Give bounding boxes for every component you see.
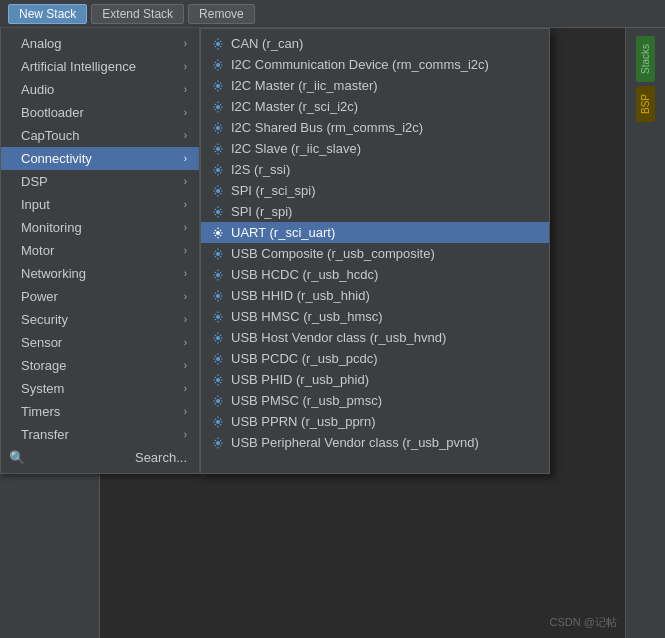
submenu-item-label: CAN (r_can)	[231, 36, 303, 51]
svg-point-8	[216, 210, 220, 214]
submenu-item[interactable]: I2C Master (r_iic_master)	[201, 75, 549, 96]
submenu-item[interactable]: USB Peripheral Vendor class (r_usb_pvnd)	[201, 432, 549, 453]
primary-menu-item-search---[interactable]: 🔍Search...	[1, 446, 199, 469]
component-icon	[211, 311, 225, 323]
primary-menu-item-system[interactable]: System›	[1, 377, 199, 400]
submenu-item-label: USB Composite (r_usb_composite)	[231, 246, 435, 261]
submenu-item-label: USB Host Vendor class (r_usb_hvnd)	[231, 330, 446, 345]
submenu-arrow-icon: ›	[184, 337, 187, 348]
svg-point-12	[216, 294, 220, 298]
primary-menu-item-input[interactable]: Input›	[1, 193, 199, 216]
submenu-item-label: USB PCDC (r_usb_pcdc)	[231, 351, 378, 366]
menu-item-label: Networking	[21, 266, 86, 281]
submenu-arrow-icon: ›	[184, 429, 187, 440]
primary-menu-item-timers[interactable]: Timers›	[1, 400, 199, 423]
submenu-item-label: I2C Slave (r_iic_slave)	[231, 141, 361, 156]
primary-menu-item-dsp[interactable]: DSP›	[1, 170, 199, 193]
menu-item-label: Transfer	[21, 427, 69, 442]
submenu-arrow-icon: ›	[184, 314, 187, 325]
submenu-item[interactable]: USB Composite (r_usb_composite)	[201, 243, 549, 264]
submenu-item[interactable]: USB PMSC (r_usb_pmsc)	[201, 390, 549, 411]
svg-point-14	[216, 336, 220, 340]
submenu-item[interactable]: USB PHID (r_usb_phid)	[201, 369, 549, 390]
submenu-arrow-icon: ›	[184, 107, 187, 118]
submenu-item[interactable]: SPI (r_spi)	[201, 201, 549, 222]
submenu-item[interactable]: USB HMSC (r_usb_hmsc)	[201, 306, 549, 327]
primary-menu-item-security[interactable]: Security›	[1, 308, 199, 331]
primary-menu-item-storage[interactable]: Storage›	[1, 354, 199, 377]
component-icon	[211, 269, 225, 281]
submenu-item[interactable]: I2C Master (r_sci_i2c)	[201, 96, 549, 117]
component-icon	[211, 185, 225, 197]
submenu-item[interactable]: USB HHID (r_usb_hhid)	[201, 285, 549, 306]
right-panel-tab-stacks[interactable]: Stacks	[636, 36, 655, 82]
component-icon	[211, 374, 225, 386]
component-icon	[211, 59, 225, 71]
submenu-item-label: USB HCDC (r_usb_hcdc)	[231, 267, 378, 282]
component-icon	[211, 143, 225, 155]
submenu-item[interactable]: SPI (r_sci_spi)	[201, 180, 549, 201]
submenu-arrow-icon: ›	[184, 268, 187, 279]
menu-item-label: Analog	[21, 36, 61, 51]
menu-item-label: Input	[21, 197, 50, 212]
submenu-item[interactable]: CAN (r_can)	[201, 33, 549, 54]
component-icon	[211, 80, 225, 92]
submenu-item-label: SPI (r_sci_spi)	[231, 183, 316, 198]
primary-menu: Analog›Artificial Intelligence›Audio›Boo…	[0, 28, 200, 474]
primary-menu-item-analog[interactable]: Analog›	[1, 32, 199, 55]
submenu-item[interactable]: I2C Shared Bus (rm_comms_i2c)	[201, 117, 549, 138]
svg-point-6	[216, 168, 220, 172]
menu-item-label: Power	[21, 289, 58, 304]
primary-menu-item-captouch[interactable]: CapTouch›	[1, 124, 199, 147]
primary-menu-item-connectivity[interactable]: Connectivity›	[1, 147, 199, 170]
submenu-item[interactable]: USB PPRN (r_usb_pprn)	[201, 411, 549, 432]
submenu-item[interactable]: USB Host Vendor class (r_usb_hvnd)	[201, 327, 549, 348]
submenu-item-label: I2C Master (r_iic_master)	[231, 78, 378, 93]
svg-point-18	[216, 420, 220, 424]
primary-menu-item-networking[interactable]: Networking›	[1, 262, 199, 285]
submenu-item[interactable]: I2C Slave (r_iic_slave)	[201, 138, 549, 159]
primary-menu-item-artificial-intelligence[interactable]: Artificial Intelligence›	[1, 55, 199, 78]
primary-menu-item-transfer[interactable]: Transfer›	[1, 423, 199, 446]
remove-button[interactable]: Remove	[188, 4, 255, 24]
svg-point-17	[216, 399, 220, 403]
submenu-item-label: USB HHID (r_usb_hhid)	[231, 288, 370, 303]
menu-item-label: Artificial Intelligence	[21, 59, 136, 74]
svg-point-0	[216, 42, 220, 46]
menu-item-label: Storage	[21, 358, 67, 373]
primary-menu-item-monitoring[interactable]: Monitoring›	[1, 216, 199, 239]
menu-wrapper: Analog›Artificial Intelligence›Audio›Boo…	[0, 28, 550, 474]
menu-item-label: Search...	[135, 450, 187, 465]
component-icon	[211, 227, 225, 239]
extend-stack-button[interactable]: Extend Stack	[91, 4, 184, 24]
component-icon	[211, 416, 225, 428]
submenu-item[interactable]: I2S (r_ssi)	[201, 159, 549, 180]
submenu-item-label: I2S (r_ssi)	[231, 162, 290, 177]
submenu-item-label: I2C Shared Bus (rm_comms_i2c)	[231, 120, 423, 135]
submenu-item[interactable]: UART (r_sci_uart)	[201, 222, 549, 243]
primary-menu-item-power[interactable]: Power›	[1, 285, 199, 308]
primary-menu-item-audio[interactable]: Audio›	[1, 78, 199, 101]
primary-menu-item-bootloader[interactable]: Bootloader›	[1, 101, 199, 124]
svg-point-11	[216, 273, 220, 277]
toolbar: New Stack Extend Stack Remove	[0, 0, 665, 28]
svg-point-2	[216, 84, 220, 88]
component-icon	[211, 395, 225, 407]
new-stack-button[interactable]: New Stack	[8, 4, 87, 24]
component-icon	[211, 353, 225, 365]
submenu-item[interactable]: USB HCDC (r_usb_hcdc)	[201, 264, 549, 285]
component-icon	[211, 437, 225, 449]
right-panel-tab-bsp[interactable]: BSP	[636, 86, 655, 122]
submenu-arrow-icon: ›	[184, 199, 187, 210]
submenu-item[interactable]: USB PCDC (r_usb_pcdc)	[201, 348, 549, 369]
submenu-item-label: USB HMSC (r_usb_hmsc)	[231, 309, 383, 324]
submenu-item-label: USB PPRN (r_usb_pprn)	[231, 414, 376, 429]
primary-menu-item-sensor[interactable]: Sensor›	[1, 331, 199, 354]
menu-item-label: DSP	[21, 174, 48, 189]
menu-item-label: Audio	[21, 82, 54, 97]
submenu-arrow-icon: ›	[184, 406, 187, 417]
primary-menu-item-motor[interactable]: Motor›	[1, 239, 199, 262]
submenu-item[interactable]: I2C Communication Device (rm_comms_i2c)	[201, 54, 549, 75]
menu-item-label: Connectivity	[21, 151, 92, 166]
svg-point-15	[216, 357, 220, 361]
